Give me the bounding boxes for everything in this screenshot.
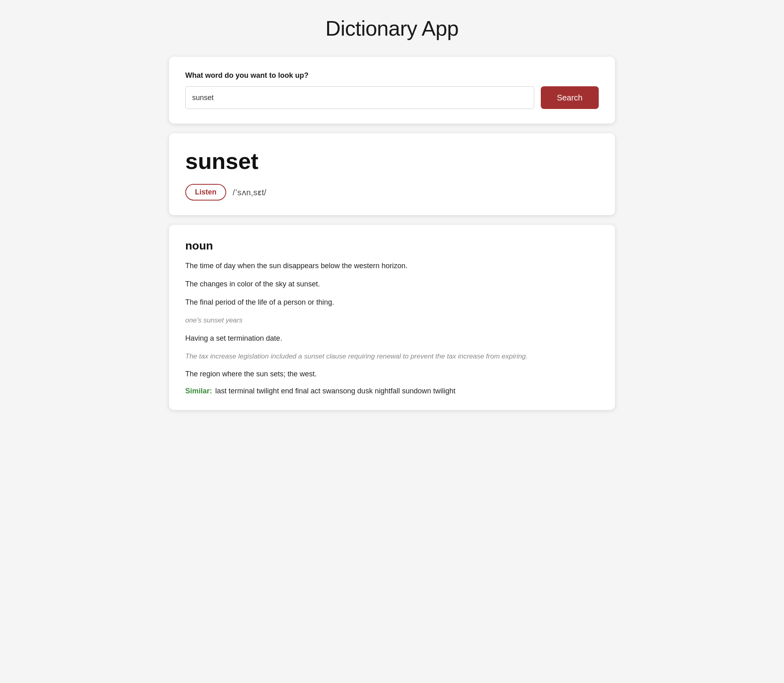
definition-text: The final period of the life of a person…	[185, 297, 599, 308]
page-title: Dictionary App	[8, 16, 776, 41]
similar-word: sundown	[402, 387, 431, 395]
similar-row: Similar: last terminal twilight end fina…	[185, 387, 599, 395]
listen-row: Listen /ˈsʌnˌsɛt/	[185, 184, 599, 201]
similar-word: dusk	[357, 387, 373, 395]
example-text: one's sunset years	[185, 315, 599, 326]
similar-word: terminal	[229, 387, 255, 395]
word-card: sunset Listen /ˈsʌnˌsɛt/	[169, 133, 615, 215]
phonetic-text: /ˈsʌnˌsɛt/	[233, 188, 266, 197]
listen-button[interactable]: Listen	[185, 184, 226, 201]
definitions-container: The time of day when the sun disappears …	[185, 260, 599, 380]
search-input[interactable]	[185, 86, 534, 109]
similar-word: last	[215, 387, 227, 395]
definition-text: Having a set termination date.	[185, 333, 599, 344]
similar-word: swansong	[322, 387, 355, 395]
similar-words-container: last terminal twilight end final act swa…	[215, 387, 456, 395]
search-row: Search	[185, 86, 599, 109]
definition-text: The region where the sun sets; the west.	[185, 369, 599, 380]
example-text: The tax increase legislation included a …	[185, 351, 599, 362]
search-card: What word do you want to look up? Search	[169, 57, 615, 124]
part-of-speech: noun	[185, 239, 599, 252]
definition-text: The time of day when the sun disappears …	[185, 260, 599, 271]
similar-word: twilight	[433, 387, 456, 395]
similar-word: final act	[295, 387, 320, 395]
similar-word: nightfall	[375, 387, 400, 395]
similar-label: Similar:	[185, 387, 212, 395]
search-label: What word do you want to look up?	[185, 71, 599, 80]
similar-word: twilight	[257, 387, 279, 395]
search-button[interactable]: Search	[541, 86, 599, 109]
definition-card: noun The time of day when the sun disapp…	[169, 225, 615, 410]
word-heading: sunset	[185, 148, 599, 174]
similar-word: end	[281, 387, 293, 395]
definition-text: The changes in color of the sky at sunse…	[185, 279, 599, 290]
